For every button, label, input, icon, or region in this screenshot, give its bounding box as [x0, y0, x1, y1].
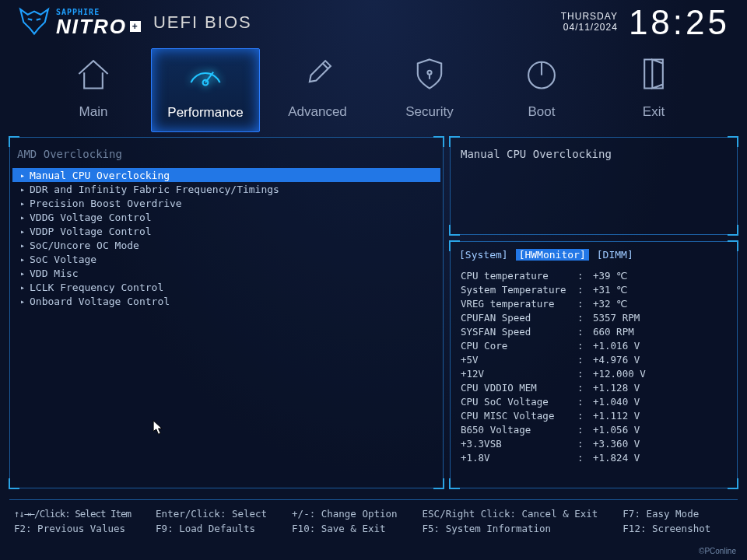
reading-row: +3.3VSB:+3.360 V — [461, 438, 727, 452]
menu-list: Manual CPU OverclockingDDR and Infinity … — [9, 168, 444, 308]
tab-boot[interactable]: Boot — [487, 48, 596, 132]
reading-row: VREG temperature:+32 ℃ — [461, 298, 727, 312]
reading-row: +5V:+4.976 V — [461, 354, 727, 368]
reading-row: CPU Core:+1.016 V — [461, 340, 727, 354]
home-icon — [72, 53, 114, 98]
help-panel: Manual CPU Overclocking — [450, 137, 738, 235]
svg-point-1 — [427, 71, 431, 75]
hint-f5: F5: System Information — [423, 523, 598, 534]
monitor-tabs: SystemHWMonitorDIMM — [450, 241, 738, 265]
power-icon — [521, 53, 563, 98]
reading-row: SYSFAN Speed:660 RPM — [461, 326, 727, 340]
gauge-icon — [184, 54, 226, 99]
hint-plusminus: +/-: Change Option — [292, 508, 397, 520]
date-display: THURSDAY 04/11/2024 — [561, 12, 618, 33]
menu-item[interactable]: SoC/Uncore OC Mode — [12, 238, 440, 252]
reading-row: CPU MISC Voltage:+1.112 V — [461, 410, 727, 424]
time-display: 18:25 — [629, 3, 730, 42]
menu-item[interactable]: DDR and Infinity Fabric Frequency/Timing… — [12, 182, 440, 196]
shield-icon — [409, 53, 451, 98]
tab-security[interactable]: Security — [375, 48, 484, 132]
menu-item[interactable]: VDDG Voltage Control — [12, 210, 440, 224]
reading-row: CPU SoC Voltage:+1.040 V — [461, 396, 727, 410]
plus-icon: + — [130, 21, 141, 32]
tab-main[interactable]: Main — [39, 48, 148, 132]
reading-row: CPU temperature:+39 ℃ — [461, 270, 727, 284]
menu-item[interactable]: LCLK Frequency Control — [12, 280, 440, 294]
menu-panel: AMD Overclocking Manual CPU Overclocking… — [9, 137, 444, 488]
tab-performance[interactable]: Performance — [151, 48, 260, 132]
hint-f7: F7: Easy Mode — [622, 508, 710, 520]
door-icon — [633, 53, 675, 98]
menu-item[interactable]: Manual CPU Overclocking — [12, 168, 440, 182]
header-bar: SAPPHIRE NITRO+ UEFI BIOS THURSDAY 04/11… — [0, 0, 747, 45]
menu-item[interactable]: Precision Boost Overdrive — [12, 196, 440, 210]
hint-f9: F9: Load Defaults — [156, 523, 267, 534]
menu-item[interactable]: SoC Voltage — [12, 252, 440, 266]
monitor-tab[interactable]: HWMonitor — [516, 249, 589, 261]
hint-esc: ESC/Right Click: Cancel & Exit — [423, 508, 598, 520]
wrench-icon — [296, 53, 338, 98]
brand-main: NITRO+ — [56, 16, 141, 37]
monitor-tab[interactable]: System — [459, 249, 508, 261]
monitor-panel: SystemHWMonitorDIMM CPU temperature:+39 … — [450, 241, 738, 488]
nav-tabs: Main Performance Advanced Security Boot … — [0, 45, 747, 132]
watermark: ©PConline — [699, 547, 736, 555]
section-title: AMD Overclocking — [9, 137, 444, 168]
reading-row: B650 Voltage:+1.056 V — [461, 424, 727, 438]
menu-item[interactable]: VDD Misc — [12, 266, 440, 280]
tab-exit[interactable]: Exit — [599, 48, 708, 132]
reading-row: CPUFAN Speed:5357 RPM — [461, 312, 727, 326]
bios-title: UEFI BIOS — [153, 12, 252, 33]
reading-row: +12V:+12.000 V — [461, 368, 727, 382]
tab-advanced[interactable]: Advanced — [263, 48, 372, 132]
hint-f12: F12: Screenshot — [622, 523, 710, 534]
reading-row: +1.8V:+1.824 V — [461, 452, 727, 466]
hint-f2: F2: Previous Values — [14, 523, 131, 534]
hw-readings: CPU temperature:+39 ℃System Temperature:… — [450, 265, 738, 471]
reading-row: CPU VDDIO MEM:+1.128 V — [461, 382, 727, 396]
menu-item[interactable]: Onboard Voltage Control — [12, 294, 440, 308]
menu-item[interactable]: VDDP Voltage Control — [12, 224, 440, 238]
monitor-tab[interactable]: DIMM — [597, 249, 633, 261]
hint-select-item: ↑↓→←/Click: Select Item — [14, 508, 131, 520]
brand-logo: SAPPHIRE NITRO+ — [17, 4, 141, 41]
hint-f10: F10: Save & Exit — [292, 523, 397, 534]
hint-enter: Enter/Click: Select — [156, 508, 267, 520]
help-title: Manual CPU Overclocking — [450, 137, 738, 171]
wolf-icon — [17, 4, 51, 41]
hotkey-bar: ↑↓→←/Click: Select Item F2: Previous Val… — [9, 499, 738, 544]
reading-row: System Temperature:+31 ℃ — [461, 284, 727, 298]
